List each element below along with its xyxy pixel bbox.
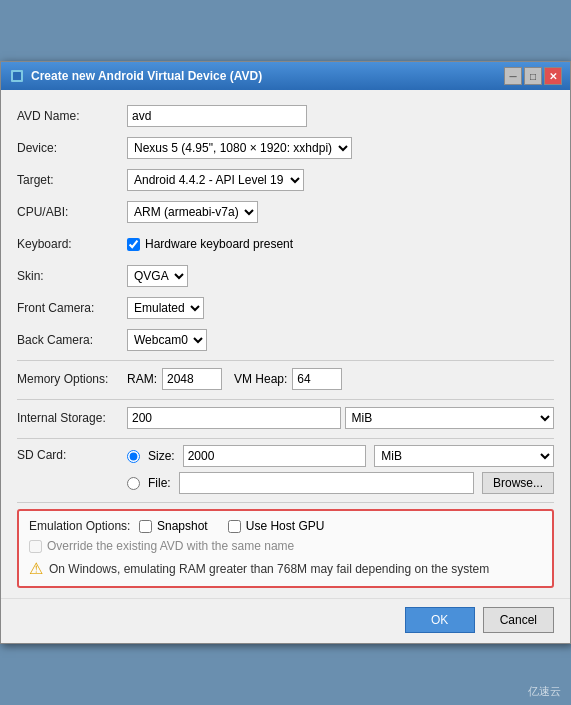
ram-label: RAM: [127,372,157,386]
sdcard-size-label: Size: [148,449,175,463]
cpu-label: CPU/ABI: [17,205,127,219]
sdcard-file-label: File: [148,476,171,490]
maximize-button[interactable]: □ [524,67,542,85]
warning-text: On Windows, emulating RAM greater than 7… [49,562,489,576]
back-camera-control: Webcam0 [127,329,554,351]
warning-icon: ⚠ [29,559,43,578]
target-select[interactable]: Android 4.4.2 - API Level 19 [127,169,304,191]
sdcard-size-radio[interactable] [127,450,140,463]
watermark: 亿速云 [528,684,561,699]
front-camera-select[interactable]: Emulated [127,297,204,319]
memory-label: Memory Options: [17,372,127,386]
keyboard-row: Keyboard: Hardware keyboard present [17,232,554,256]
emulation-checkboxes: Snapshot Use Host GPU [139,519,324,533]
ok-button[interactable]: OK [405,607,475,633]
ram-input[interactable] [162,368,222,390]
keyboard-control: Hardware keyboard present [127,237,554,251]
cancel-button[interactable]: Cancel [483,607,554,633]
svg-rect-1 [13,72,21,80]
storage-unit-select[interactable]: MiB GiB [345,407,555,429]
snapshot-label: Snapshot [157,519,208,533]
skin-row: Skin: QVGA [17,264,554,288]
memory-control: RAM: VM Heap: [127,368,554,390]
target-row: Target: Android 4.4.2 - API Level 19 [17,168,554,192]
minimize-button[interactable]: ─ [504,67,522,85]
sdcard-size-unit-select[interactable]: MiB GiB [374,445,554,467]
sdcard-file-radio[interactable] [127,477,140,490]
avd-dialog: Create new Android Virtual Device (AVD) … [0,61,571,644]
device-control: Nexus 5 (4.95", 1080 × 1920: xxhdpi) [127,137,554,159]
device-label: Device: [17,141,127,155]
emulation-options-row: Emulation Options: Snapshot Use Host GPU [29,519,542,533]
close-button[interactable]: ✕ [544,67,562,85]
keyboard-label: Keyboard: [17,237,127,251]
emulation-section: Emulation Options: Snapshot Use Host GPU… [17,509,554,588]
title-bar: Create new Android Virtual Device (AVD) … [1,62,570,90]
use-host-gpu-label: Use Host GPU [246,519,325,533]
back-camera-row: Back Camera: Webcam0 [17,328,554,352]
sdcard-row: SD Card: Size: MiB GiB File: [17,445,554,494]
override-label: Override the existing AVD with the same … [47,539,294,553]
dialog-icon [9,68,25,84]
skin-select[interactable]: QVGA [127,265,188,287]
avd-name-label: AVD Name: [17,109,127,123]
button-row: OK Cancel [1,598,570,643]
target-control: Android 4.4.2 - API Level 19 [127,169,554,191]
vm-heap-input[interactable] [292,368,342,390]
avd-name-control [127,105,554,127]
storage-row: Internal Storage: MiB GiB [17,406,554,430]
front-camera-control: Emulated [127,297,554,319]
form-content: AVD Name: Device: Nexus 5 (4.95", 1080 ×… [1,90,570,598]
storage-label: Internal Storage: [17,411,127,425]
sdcard-label: SD Card: [17,445,127,462]
avd-name-input[interactable] [127,105,307,127]
device-select[interactable]: Nexus 5 (4.95", 1080 × 1920: xxhdpi) [127,137,352,159]
front-camera-label: Front Camera: [17,301,127,315]
memory-row: Memory Options: RAM: VM Heap: [17,367,554,391]
target-label: Target: [17,173,127,187]
front-camera-row: Front Camera: Emulated [17,296,554,320]
browse-button[interactable]: Browse... [482,472,554,494]
skin-control: QVGA [127,265,554,287]
storage-input[interactable] [127,407,341,429]
back-camera-select[interactable]: Webcam0 [127,329,207,351]
device-row: Device: Nexus 5 (4.95", 1080 × 1920: xxh… [17,136,554,160]
cpu-row: CPU/ABI: ARM (armeabi-v7a) [17,200,554,224]
cpu-select[interactable]: ARM (armeabi-v7a) [127,201,258,223]
cpu-control: ARM (armeabi-v7a) [127,201,554,223]
emulation-label: Emulation Options: [29,519,134,533]
sdcard-control: Size: MiB GiB File: Browse... [127,445,554,494]
skin-label: Skin: [17,269,127,283]
sdcard-file-input[interactable] [179,472,474,494]
snapshot-checkbox[interactable] [139,520,152,533]
storage-control: MiB GiB [127,407,554,429]
avd-name-row: AVD Name: [17,104,554,128]
keyboard-checkbox[interactable] [127,238,140,251]
vm-heap-label: VM Heap: [234,372,287,386]
use-host-gpu-checkbox[interactable] [228,520,241,533]
override-row: Override the existing AVD with the same … [29,539,542,553]
keyboard-checkbox-label: Hardware keyboard present [145,237,293,251]
dialog-title: Create new Android Virtual Device (AVD) [31,69,262,83]
back-camera-label: Back Camera: [17,333,127,347]
warning-row: ⚠ On Windows, emulating RAM greater than… [29,559,542,578]
sdcard-size-input[interactable] [183,445,367,467]
override-checkbox[interactable] [29,540,42,553]
